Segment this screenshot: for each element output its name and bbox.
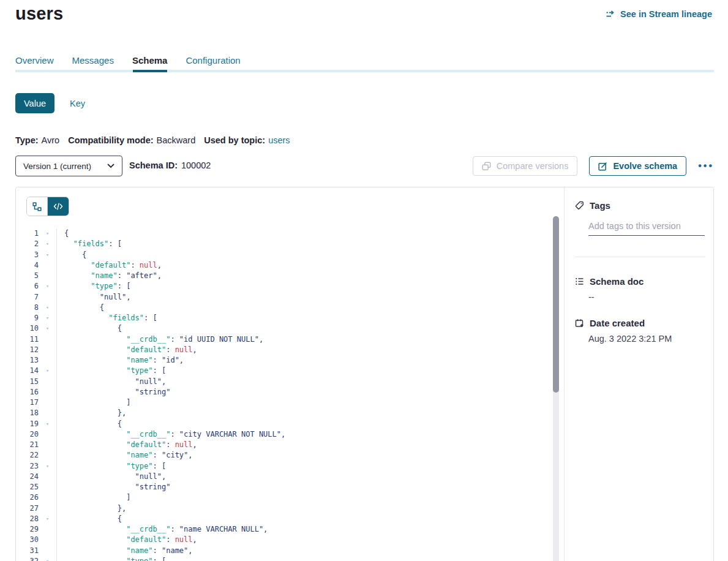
code-text: "default": null, [57, 345, 197, 355]
code-line: 3▾ { [16, 250, 564, 260]
topic-link[interactable]: users [268, 135, 290, 145]
line-number: 14 [16, 366, 39, 376]
tab-bar: Overview Messages Schema Configuration [15, 55, 241, 66]
fold-caret-icon[interactable]: ▾ [39, 366, 57, 376]
tree-view-icon [32, 202, 42, 211]
schema-actions: Compare versions Evolve schema ••• [473, 156, 714, 176]
code-line: 25 "string" [16, 482, 564, 492]
line-number: 1 [16, 228, 39, 239]
code-text: { [57, 250, 86, 260]
code-text: ] [57, 492, 130, 503]
code-text: "__crdb__": "id UUID NOT NULL", [57, 334, 263, 345]
fold-spacer [39, 472, 57, 482]
line-number: 11 [16, 334, 39, 345]
line-number: 8 [16, 303, 39, 313]
fold-caret-icon[interactable]: ▾ [39, 461, 57, 472]
fold-caret-icon[interactable]: ▾ [39, 239, 57, 249]
code-text: { [57, 228, 69, 239]
evolve-schema-button[interactable]: Evolve schema [589, 156, 686, 176]
edit-icon [598, 162, 607, 171]
code-line: 10▾ { [16, 323, 564, 334]
tab-overview[interactable]: Overview [15, 55, 54, 66]
code-line: 15 "null", [16, 377, 564, 387]
code-scrollbar-track[interactable] [553, 216, 559, 561]
tree-view-button[interactable] [27, 197, 48, 216]
stream-lineage-icon [606, 10, 615, 18]
code-line: 27 }, [16, 503, 564, 514]
line-number: 2 [16, 239, 39, 249]
fold-caret-icon[interactable]: ▾ [39, 281, 57, 292]
code-line: 11 "__crdb__": "id UUID NOT NULL", [16, 334, 564, 345]
line-number: 24 [16, 472, 39, 482]
fold-spacer [39, 387, 57, 397]
code-text: { [57, 514, 122, 524]
code-line: 28▾ { [16, 514, 564, 524]
code-text: { [57, 419, 122, 429]
schema-viewer-panel: 1▾{2▾ "fields": [3▾ {4 "default": null,5… [15, 187, 714, 561]
line-number: 15 [16, 377, 39, 387]
line-number: 13 [16, 355, 39, 366]
fold-spacer [39, 271, 57, 281]
key-toggle-button[interactable]: Key [70, 99, 85, 108]
code-view-button[interactable] [48, 197, 69, 216]
fold-caret-icon[interactable]: ▾ [39, 250, 57, 260]
date-created-value: Aug. 3 2022 3:21 PM [588, 334, 704, 344]
fold-spacer [39, 450, 57, 461]
version-controls-row: Version 1 (current) Schema ID: 100002 Co… [15, 156, 714, 176]
version-select[interactable]: Version 1 (current) [15, 156, 122, 176]
tab-underline-track [15, 70, 714, 72]
fold-spacer [39, 345, 57, 355]
line-number: 22 [16, 450, 39, 461]
fold-caret-icon[interactable]: ▾ [39, 303, 57, 313]
fold-spacer [39, 260, 57, 271]
tab-schema[interactable]: Schema [132, 55, 168, 66]
tag-icon [575, 201, 584, 210]
add-tags-input[interactable] [588, 221, 705, 236]
code-text: "__crdb__": "name VARCHAR NULL", [57, 524, 268, 535]
line-number: 21 [16, 440, 39, 450]
line-number: 28 [16, 514, 39, 524]
code-line: 23▾ "type": [ [16, 461, 564, 472]
fold-caret-icon[interactable]: ▾ [39, 313, 57, 323]
line-number: 3 [16, 250, 39, 260]
code-text: "string" [57, 387, 170, 397]
fold-caret-icon[interactable]: ▾ [39, 419, 57, 429]
view-mode-toggle [26, 197, 69, 216]
fold-caret-icon[interactable]: ▾ [39, 323, 57, 334]
code-line: 7 "null", [16, 292, 564, 303]
see-in-stream-lineage-link[interactable]: See in Stream lineage [606, 9, 712, 19]
code-text: "__crdb__": "city VARCHAR NOT NULL", [57, 429, 285, 440]
tab-messages[interactable]: Messages [72, 55, 114, 66]
fold-caret-icon[interactable]: ▾ [39, 228, 57, 239]
date-created-heading: Date created [575, 318, 704, 328]
fold-caret-icon[interactable]: ▾ [39, 556, 57, 561]
fold-spacer [39, 535, 57, 545]
schema-code-editor[interactable]: 1▾{2▾ "fields": [3▾ {4 "default": null,5… [16, 228, 564, 561]
code-line: 19▾ { [16, 419, 564, 429]
code-line: 13 "name": "id", [16, 355, 564, 366]
schema-details-sidebar: Tags Schema doc -- [565, 187, 713, 561]
more-actions-menu[interactable]: ••• [698, 161, 714, 171]
code-text: "type": [ [57, 556, 166, 561]
code-line: 21 "default": null, [16, 440, 564, 450]
value-toggle-button[interactable]: Value [15, 93, 54, 113]
tab-configuration[interactable]: Configuration [186, 55, 240, 66]
code-line: 31 "name": "name", [16, 546, 564, 556]
code-line: 24 "null", [16, 472, 564, 482]
code-text: "string" [57, 482, 170, 492]
line-number: 17 [16, 397, 39, 408]
code-line: 18 }, [16, 408, 564, 418]
compare-versions-button[interactable]: Compare versions [473, 156, 578, 176]
code-text: }, [57, 408, 126, 418]
tags-section-heading: Tags [575, 200, 704, 211]
line-number: 7 [16, 292, 39, 303]
code-view-icon [53, 202, 63, 211]
fold-spacer [39, 492, 57, 503]
code-scrollbar-thumb[interactable] [553, 216, 559, 393]
active-tab-indicator [133, 70, 167, 72]
code-text: "type": [ [57, 461, 166, 472]
code-line: 29 "__crdb__": "name VARCHAR NULL", [16, 524, 564, 535]
schema-meta-row: Type:Avro Compatibility mode:Backward Us… [15, 135, 290, 145]
line-number: 31 [16, 546, 39, 556]
fold-caret-icon[interactable]: ▾ [39, 514, 57, 524]
